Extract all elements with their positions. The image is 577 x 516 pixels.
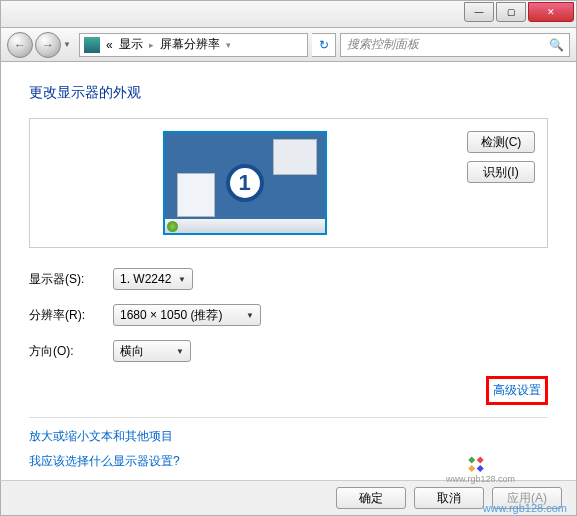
monitor-number: 1 [226, 164, 264, 202]
display-label: 显示器(S): [29, 271, 113, 288]
breadcrumb-item-display[interactable]: 显示 [119, 36, 143, 53]
nav-arrows: ← → ▼ [7, 32, 75, 58]
advanced-link-row: 高级设置 [29, 376, 548, 405]
resolution-label: 分辨率(R): [29, 307, 113, 324]
preview-window-icon [273, 139, 317, 175]
orientation-dropdown[interactable]: 横向 [113, 340, 191, 362]
breadcrumb[interactable]: « 显示 ▸ 屏幕分辨率 ▾ [79, 33, 308, 57]
identify-button[interactable]: 识别(I) [467, 161, 535, 183]
divider [29, 417, 548, 418]
maximize-button[interactable]: ▢ [496, 2, 526, 22]
advanced-settings-link[interactable]: 高级设置 [486, 376, 548, 405]
forward-button[interactable]: → [35, 32, 61, 58]
main-content: 更改显示器的外观 1 检测(C) 识别(I) 显示器(S): 1. W2242 … [0, 62, 577, 480]
preview-taskbar [165, 219, 325, 233]
control-panel-icon [84, 37, 100, 53]
orientation-row: 方向(O): 横向 [29, 340, 548, 362]
back-button[interactable]: ← [7, 32, 33, 58]
window-titlebar: — ▢ ✕ [0, 0, 577, 28]
ok-button[interactable]: 确定 [336, 487, 406, 509]
search-icon[interactable]: 🔍 [549, 38, 563, 52]
monitor-preview-area: 1 检测(C) 识别(I) [29, 118, 548, 248]
search-placeholder: 搜索控制面板 [347, 36, 419, 53]
preview-window2-icon [177, 173, 215, 217]
cancel-button[interactable]: 取消 [414, 487, 484, 509]
resolution-dropdown[interactable]: 1680 × 1050 (推荐) [113, 304, 261, 326]
watermark-url: www.rgb128.com [483, 502, 567, 514]
nav-history-dropdown[interactable]: ▼ [63, 40, 75, 49]
navigation-bar: ← → ▼ « 显示 ▸ 屏幕分辨率 ▾ ↻ 搜索控制面板 🔍 [0, 28, 577, 62]
breadcrumb-overflow[interactable]: « [106, 38, 113, 52]
watermark-small: www.rgb128.com [446, 474, 515, 484]
refresh-button[interactable]: ↻ [312, 33, 336, 57]
breadcrumb-item-resolution[interactable]: 屏幕分辨率 [160, 36, 220, 53]
monitor-side-buttons: 检测(C) 识别(I) [467, 131, 535, 235]
window-controls: — ▢ ✕ [464, 1, 576, 27]
preview-start-icon [167, 221, 178, 232]
monitor-1[interactable]: 1 [163, 131, 327, 235]
minimize-button[interactable]: — [464, 2, 494, 22]
monitor-preview: 1 [42, 131, 447, 235]
close-button[interactable]: ✕ [528, 2, 574, 22]
breadcrumb-sep: ▸ [149, 40, 154, 50]
text-size-link[interactable]: 放大或缩小文本和其他项目 [29, 428, 548, 445]
detect-button[interactable]: 检测(C) [467, 131, 535, 153]
display-dropdown[interactable]: 1. W2242 [113, 268, 193, 290]
breadcrumb-dropdown-icon[interactable]: ▾ [226, 40, 231, 50]
resolution-row: 分辨率(R): 1680 × 1050 (推荐) [29, 304, 548, 326]
search-input[interactable]: 搜索控制面板 🔍 [340, 33, 570, 57]
orientation-label: 方向(O): [29, 343, 113, 360]
display-row: 显示器(S): 1. W2242 [29, 268, 548, 290]
page-title: 更改显示器的外观 [29, 84, 548, 102]
